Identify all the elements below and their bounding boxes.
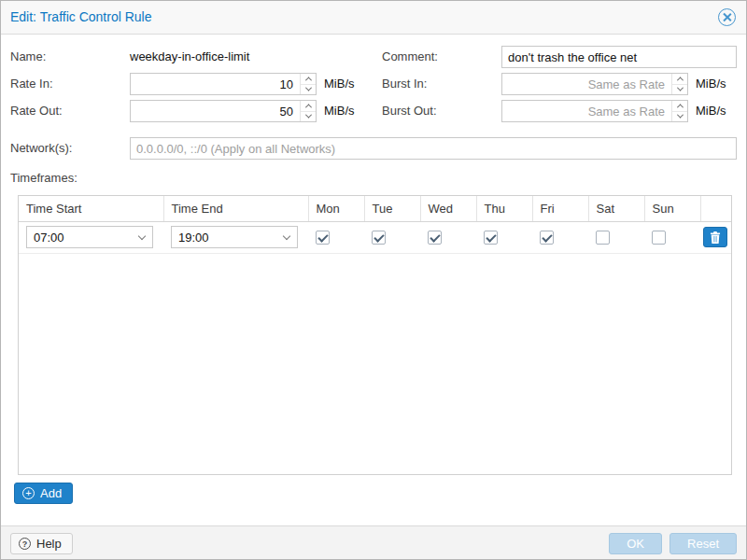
- chevron-down-icon: [304, 85, 311, 91]
- comment-input[interactable]: [501, 46, 737, 68]
- footer-actions: OK Reset: [609, 533, 737, 554]
- name-label: Name:: [10, 46, 46, 68]
- rate-out-spin-down[interactable]: [301, 111, 316, 122]
- burst-out-spinner: [501, 100, 688, 122]
- burst-in-input[interactable]: [502, 74, 671, 94]
- add-button-label: Add: [40, 486, 62, 500]
- close-icon: [723, 13, 731, 21]
- burst-out-input[interactable]: [502, 101, 671, 121]
- rate-in-spin-buttons: [300, 74, 316, 94]
- question-icon: ?: [19, 538, 31, 550]
- chevron-down-icon: [676, 112, 683, 119]
- rate-in-spinner: [130, 73, 317, 95]
- checkbox-tue[interactable]: [372, 231, 386, 245]
- time-start-value: 07:00: [34, 231, 64, 245]
- checkbox-wed[interactable]: [428, 231, 442, 245]
- burst-in-spin-buttons: [671, 74, 687, 94]
- name-value: weekday-in-office-limit: [130, 46, 249, 68]
- close-button[interactable]: [718, 8, 736, 26]
- col-sat: Sat: [588, 196, 644, 221]
- chevron-up-icon: [676, 77, 683, 83]
- help-button-label: Help: [36, 537, 62, 551]
- col-sun: Sun: [644, 196, 700, 221]
- burst-out-spin-down[interactable]: [672, 111, 687, 122]
- time-end-select[interactable]: 19:00: [171, 226, 298, 248]
- checkbox-sat[interactable]: [596, 231, 610, 245]
- col-time-start: Time Start: [19, 196, 163, 221]
- checkbox-fri[interactable]: [540, 231, 554, 245]
- col-time-end: Time End: [163, 196, 308, 221]
- rate-in-spin-down[interactable]: [301, 84, 316, 95]
- timeframes-table: Time Start Time End Mon Tue Wed Thu Fri …: [18, 195, 732, 475]
- rate-in-unit: MiB/s: [324, 73, 355, 95]
- ok-button[interactable]: OK: [609, 533, 662, 554]
- chevron-down-icon: [138, 231, 146, 239]
- chevron-down-icon: [283, 231, 290, 239]
- help-button[interactable]: ? Help: [10, 533, 73, 554]
- col-thu: Thu: [476, 196, 532, 221]
- col-fri: Fri: [532, 196, 588, 221]
- networks-input[interactable]: [130, 137, 737, 160]
- rate-out-input[interactable]: [131, 101, 300, 121]
- burst-in-label: Burst In:: [382, 73, 427, 95]
- burst-in-spin-down[interactable]: [672, 84, 687, 95]
- time-start-select[interactable]: 07:00: [26, 226, 153, 248]
- burst-out-spin-up[interactable]: [672, 101, 687, 111]
- chevron-down-icon: [676, 85, 683, 91]
- dialog-header: Edit: Traffic Control Rule: [1, 1, 746, 35]
- time-end-value: 19:00: [178, 231, 209, 245]
- add-button[interactable]: + Add: [14, 483, 73, 504]
- rate-in-input[interactable]: [131, 74, 300, 94]
- checkbox-sun[interactable]: [652, 231, 666, 245]
- checkbox-thu[interactable]: [484, 231, 498, 245]
- burst-in-unit: MiB/s: [696, 73, 726, 95]
- comment-label: Comment:: [382, 46, 438, 68]
- chevron-up-icon: [304, 77, 311, 83]
- table-header-row: Time Start Time End Mon Tue Wed Thu Fri …: [19, 196, 731, 221]
- rate-out-unit: MiB/s: [324, 100, 355, 122]
- plus-icon: +: [22, 487, 35, 499]
- chevron-up-icon: [676, 104, 683, 110]
- rate-out-label: Rate Out:: [10, 100, 63, 122]
- edit-traffic-control-rule-dialog: Edit: Traffic Control Rule Name: weekday…: [0, 0, 747, 560]
- chevron-up-icon: [304, 104, 311, 110]
- checkbox-mon[interactable]: [316, 231, 330, 245]
- col-mon: Mon: [308, 196, 364, 221]
- delete-row-button[interactable]: [703, 227, 727, 247]
- reset-button[interactable]: Reset: [669, 533, 737, 554]
- dialog-footer: ? Help OK Reset: [1, 525, 746, 559]
- burst-in-spinner: [501, 73, 688, 95]
- col-tue: Tue: [364, 196, 420, 221]
- timeframe-row: 07:00 19:00: [19, 221, 731, 253]
- trash-icon: [710, 231, 721, 244]
- rate-out-spin-up[interactable]: [301, 101, 316, 111]
- dialog-title: Edit: Traffic Control Rule: [10, 1, 151, 34]
- rate-in-spin-up[interactable]: [301, 74, 316, 84]
- burst-out-spin-buttons: [671, 101, 687, 121]
- timeframes-label: Timeframes:: [10, 167, 78, 189]
- networks-label: Network(s):: [10, 137, 72, 160]
- burst-out-label: Burst Out:: [382, 100, 437, 122]
- chevron-down-icon: [304, 112, 311, 119]
- burst-out-unit: MiB/s: [696, 100, 726, 122]
- col-wed: Wed: [420, 196, 476, 221]
- rate-in-label: Rate In:: [10, 73, 53, 95]
- burst-in-spin-up[interactable]: [672, 74, 687, 84]
- rate-out-spin-buttons: [300, 101, 316, 121]
- rate-out-spinner: [130, 100, 317, 122]
- col-actions: [700, 196, 731, 221]
